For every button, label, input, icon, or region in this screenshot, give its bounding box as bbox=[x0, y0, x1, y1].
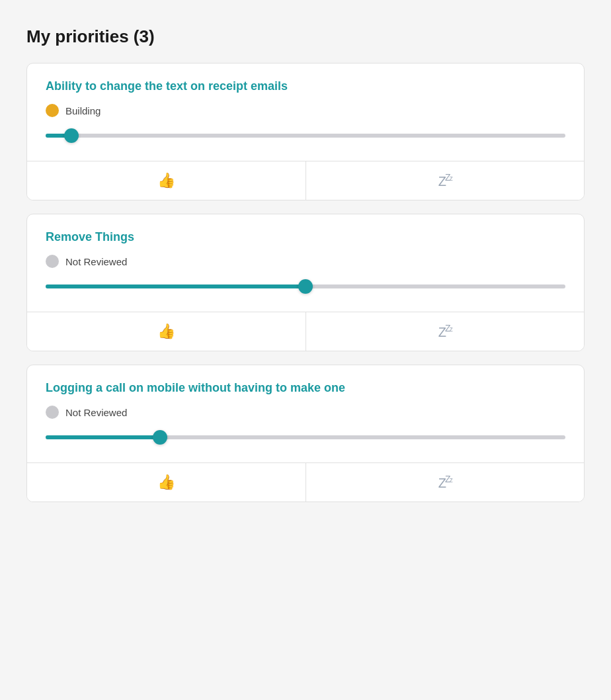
slider-thumb-2[interactable] bbox=[298, 279, 313, 294]
slider-fill-3 bbox=[46, 435, 160, 439]
card-actions-1: 👍 ZZz bbox=[27, 161, 584, 200]
card-1: Ability to change the text on receipt em… bbox=[26, 63, 585, 200]
card-body-3: Logging a call on mobile without having … bbox=[27, 365, 584, 462]
card-title-2[interactable]: Remove Things bbox=[46, 230, 565, 244]
slider-2[interactable] bbox=[46, 280, 565, 293]
status-label-3: Not Reviewed bbox=[65, 407, 127, 418]
slider-3[interactable] bbox=[46, 431, 565, 444]
status-label-1: Building bbox=[65, 105, 101, 116]
zzz-icon-2: ZZz bbox=[438, 323, 452, 340]
card-title-3[interactable]: Logging a call on mobile without having … bbox=[46, 381, 565, 395]
thumbs-up-icon-3: 👍 bbox=[157, 474, 175, 491]
slider-track-2 bbox=[46, 284, 565, 288]
card-2: Remove Things Not Reviewed 👍 ZZz bbox=[26, 214, 585, 351]
zzz-icon-3: ZZz bbox=[438, 474, 452, 491]
slider-fill-2 bbox=[46, 284, 306, 288]
like-button-1[interactable]: 👍 bbox=[27, 161, 306, 200]
slider-track-3 bbox=[46, 435, 565, 439]
status-dot-3 bbox=[46, 406, 59, 419]
page-title: My priorities (3) bbox=[26, 26, 585, 47]
thumbs-up-icon-2: 👍 bbox=[157, 323, 175, 340]
card-actions-3: 👍 ZZz bbox=[27, 462, 584, 502]
snooze-button-3[interactable]: ZZz bbox=[306, 463, 585, 502]
card-body-1: Ability to change the text on receipt em… bbox=[27, 64, 584, 161]
status-row-2: Not Reviewed bbox=[46, 255, 565, 268]
card-title-1[interactable]: Ability to change the text on receipt em… bbox=[46, 79, 565, 93]
status-dot-2 bbox=[46, 255, 59, 268]
snooze-button-1[interactable]: ZZz bbox=[306, 161, 585, 200]
thumbs-up-icon-1: 👍 bbox=[157, 172, 175, 189]
slider-1[interactable] bbox=[46, 129, 565, 142]
like-button-3[interactable]: 👍 bbox=[27, 463, 306, 502]
zzz-icon-1: ZZz bbox=[438, 172, 452, 189]
card-body-2: Remove Things Not Reviewed bbox=[27, 214, 584, 312]
status-row-1: Building bbox=[46, 104, 565, 117]
status-label-2: Not Reviewed bbox=[65, 256, 127, 267]
card-3: Logging a call on mobile without having … bbox=[26, 365, 585, 502]
card-actions-2: 👍 ZZz bbox=[27, 312, 584, 351]
like-button-2[interactable]: 👍 bbox=[27, 312, 306, 351]
snooze-button-2[interactable]: ZZz bbox=[306, 312, 585, 351]
slider-thumb-1[interactable] bbox=[64, 128, 79, 143]
slider-thumb-3[interactable] bbox=[153, 430, 167, 445]
slider-track-1 bbox=[46, 134, 565, 138]
status-row-3: Not Reviewed bbox=[46, 406, 565, 419]
status-dot-1 bbox=[46, 104, 59, 117]
